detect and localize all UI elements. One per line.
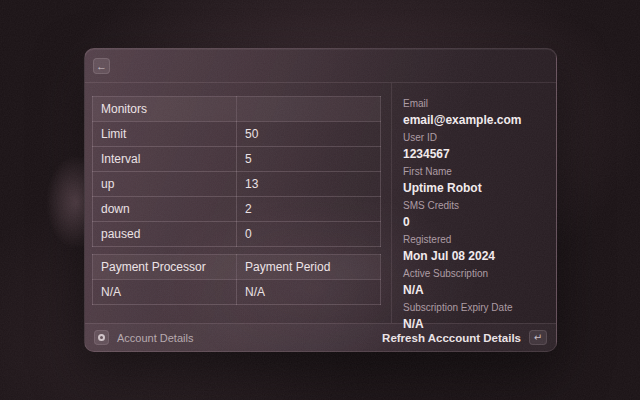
monitors-header-empty-cell xyxy=(237,97,381,122)
table-cell: down xyxy=(93,197,237,222)
monitors-header-cell: Monitors xyxy=(93,97,237,122)
payment-processor-header-cell: Payment Processor xyxy=(93,255,237,280)
detail-item-first-name: First Name Uptime Robot xyxy=(403,166,544,195)
detail-value: Uptime Robot xyxy=(403,181,544,195)
table-cell: up xyxy=(93,172,237,197)
detail-label: Email xyxy=(403,98,544,110)
detail-value: 1234567 xyxy=(403,147,544,161)
table-row: paused 0 xyxy=(93,222,381,247)
table-cell: N/A xyxy=(93,280,237,305)
status-bar: Account Details Refresh Acccount Details… xyxy=(85,323,556,351)
payment-period-header-cell: Payment Period xyxy=(237,255,381,280)
status-left: Account Details xyxy=(94,330,193,345)
table-cell: 13 xyxy=(237,172,381,197)
ring-icon xyxy=(98,334,105,341)
detail-value: Mon Jul 08 2024 xyxy=(403,249,544,263)
monitors-table: Monitors Limit 50 Interval 5 xyxy=(92,96,381,247)
detail-item-registered: Registered Mon Jul 08 2024 xyxy=(403,234,544,263)
account-info-panel: Email email@example.com User ID 1234567 … xyxy=(391,83,556,323)
table-header-row: Payment Processor Payment Period xyxy=(93,255,381,280)
table-cell: 50 xyxy=(237,122,381,147)
account-details-window: ← Monitors Limit 50 xyxy=(84,48,557,352)
refresh-action-label: Refresh Acccount Details xyxy=(382,332,521,344)
detail-item-active-subscription: Active Subscription N/A xyxy=(403,268,544,297)
window-topbar: ← xyxy=(85,49,556,83)
back-arrow-icon: ← xyxy=(96,59,107,73)
detail-label: SMS Credits xyxy=(403,200,544,212)
table-cell: Limit xyxy=(93,122,237,147)
enter-key-icon[interactable]: ↵ xyxy=(529,330,547,345)
table-row: down 2 xyxy=(93,197,381,222)
table-header-row: Monitors xyxy=(93,97,381,122)
table-cell: 5 xyxy=(237,147,381,172)
table-row: up 13 xyxy=(93,172,381,197)
table-cell: 0 xyxy=(237,222,381,247)
desktop-background: ← Monitors Limit 50 xyxy=(0,0,640,400)
tables-pane: Monitors Limit 50 Interval 5 xyxy=(85,83,391,323)
detail-item-sms-credits: SMS Credits 0 xyxy=(403,200,544,229)
table-row: Interval 5 xyxy=(93,147,381,172)
detail-label: User ID xyxy=(403,132,544,144)
table-row: N/A N/A xyxy=(93,280,381,305)
status-spinner-icon xyxy=(94,330,109,345)
window-content: Monitors Limit 50 Interval 5 xyxy=(85,83,556,323)
table-cell: 2 xyxy=(237,197,381,222)
detail-item-email: Email email@example.com xyxy=(403,98,544,127)
detail-value: N/A xyxy=(403,283,544,297)
table-cell: Interval xyxy=(93,147,237,172)
detail-label: First Name xyxy=(403,166,544,178)
detail-value: email@example.com xyxy=(403,113,544,127)
detail-value: 0 xyxy=(403,215,544,229)
detail-item-user-id: User ID 1234567 xyxy=(403,132,544,161)
table-row: Limit 50 xyxy=(93,122,381,147)
refresh-account-action[interactable]: Refresh Acccount Details ↵ xyxy=(382,330,547,345)
back-button[interactable]: ← xyxy=(93,58,110,74)
detail-label: Registered xyxy=(403,234,544,246)
detail-label: Active Subscription xyxy=(403,268,544,280)
detail-label: Subscription Expiry Date xyxy=(403,302,544,314)
view-title: Account Details xyxy=(117,332,193,344)
payment-table: Payment Processor Payment Period N/A N/A xyxy=(92,254,381,305)
table-cell: paused xyxy=(93,222,237,247)
table-cell: N/A xyxy=(237,280,381,305)
